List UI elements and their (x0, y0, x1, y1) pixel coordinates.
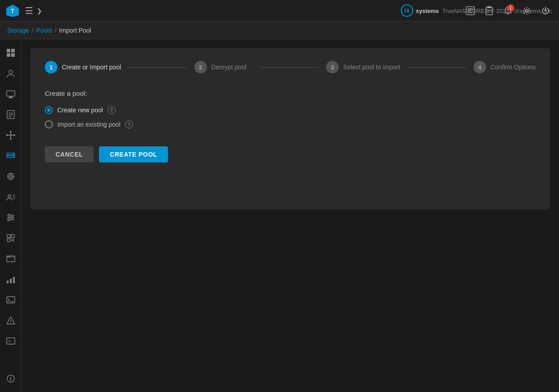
sidebar-item-dashboard[interactable] (1, 43, 21, 63)
sidebar-item-accounts[interactable] (1, 64, 21, 83)
step-1-label: Create or Import pool (62, 64, 121, 71)
cancel-button[interactable]: CANCEL (45, 146, 94, 162)
svg-point-27 (6, 134, 8, 136)
svg-point-60 (8, 256, 9, 257)
breadcrumb-current: Import Pool (59, 27, 91, 34)
svg-text:>_: >_ (8, 339, 14, 344)
step-3-label: Select pool to import (343, 64, 400, 71)
create-pool-button[interactable]: CREATE POOL (99, 146, 168, 162)
steps-bar: 1 Create or Import pool 2 Decrypt pool (45, 61, 536, 73)
radio-input-import[interactable] (45, 120, 53, 128)
app-logo: T (5, 4, 20, 18)
svg-rect-63 (10, 279, 12, 283)
sidebar-item-tasks[interactable] (1, 105, 21, 124)
svg-point-54 (8, 219, 10, 221)
svg-text:ix: ix (404, 7, 410, 13)
content-area: 1 Create or Import pool 2 Decrypt pool (22, 39, 559, 392)
sidebar-item-console[interactable] (1, 290, 21, 310)
button-row: CANCEL CREATE POOL (45, 146, 536, 162)
breadcrumb-pools[interactable]: Pools (36, 27, 52, 34)
svg-rect-17 (11, 53, 15, 57)
help-icon-import[interactable]: ? (125, 120, 133, 128)
svg-text:i: i (10, 376, 11, 382)
menu-icon[interactable]: ☰ (25, 5, 33, 16)
sidebar-item-storage[interactable] (1, 146, 21, 166)
svg-text:T: T (11, 8, 14, 14)
main-layout: >_ i 1 Create or Import pool (0, 39, 559, 392)
step-line-2 (260, 67, 319, 68)
sidebar-item-vm[interactable] (1, 249, 21, 268)
step-3: 3 Select pool to import (326, 61, 400, 73)
sidebar-item-directory[interactable] (1, 187, 21, 207)
svg-rect-14 (7, 49, 10, 52)
step-line-3 (408, 67, 466, 68)
step-4: 4 Confirm Options (473, 61, 536, 73)
svg-rect-23 (9, 113, 13, 114)
step-1-circle: 1 (45, 61, 57, 73)
sidebar: >_ i (0, 39, 22, 392)
breadcrumb-bar: Storage / Pools / Import Pool (0, 21, 559, 39)
expand-icon[interactable]: ❯ (37, 7, 42, 14)
svg-point-40 (9, 175, 12, 178)
svg-rect-62 (7, 281, 9, 283)
sidebar-item-tunables[interactable] (1, 208, 21, 227)
svg-point-53 (11, 217, 13, 219)
svg-rect-56 (11, 234, 14, 238)
radio-label-import: Import an existing pool (57, 121, 120, 128)
svg-rect-20 (9, 97, 12, 98)
svg-rect-65 (7, 297, 15, 303)
svg-point-38 (13, 156, 14, 157)
sidebar-item-info[interactable]: i (1, 369, 21, 388)
radio-group: Create new pool ? Import an existing poo… (45, 106, 536, 128)
svg-point-28 (13, 134, 15, 136)
sidebar-item-network[interactable] (1, 125, 21, 145)
step-4-circle: 4 (473, 61, 486, 73)
breadcrumb-sep-1: / (32, 27, 34, 34)
step-3-circle: 3 (326, 61, 339, 73)
breadcrumb-sep-2: / (55, 27, 56, 34)
svg-rect-15 (11, 49, 15, 52)
svg-point-18 (9, 70, 13, 74)
svg-point-37 (13, 153, 14, 154)
radio-option-import[interactable]: Import an existing pool ? (45, 120, 536, 128)
svg-point-30 (10, 138, 12, 140)
svg-rect-64 (13, 277, 15, 283)
svg-rect-25 (9, 116, 11, 117)
svg-point-52 (8, 214, 10, 217)
svg-rect-21 (9, 98, 13, 98)
step-2: 2 Decrypt pool (194, 61, 253, 73)
wizard-card: 1 Create or Import pool 2 Decrypt pool (30, 48, 550, 209)
step-4-label: Confirm Options (490, 64, 536, 71)
help-icon-create[interactable]: ? (108, 106, 116, 114)
svg-rect-57 (7, 239, 10, 242)
svg-rect-24 (9, 115, 13, 115)
svg-point-26 (10, 134, 12, 136)
sidebar-item-plugins[interactable] (1, 228, 21, 248)
breadcrumb-storage[interactable]: Storage (7, 27, 29, 34)
svg-text:systems: systems (416, 7, 439, 14)
sidebar-item-shell[interactable]: >_ (1, 331, 21, 351)
navbar: T ☰ ❯ ix systems (0, 0, 559, 21)
step-line-1 (128, 67, 187, 68)
radio-label-create: Create new pool (57, 107, 103, 114)
step-2-circle: 2 (194, 61, 207, 73)
svg-point-68 (10, 323, 11, 324)
copyright: TrueNAS CORE® © 2021 - iXsystems, Inc (442, 0, 552, 21)
sidebar-item-reporting[interactable] (1, 269, 21, 289)
svg-point-29 (10, 131, 12, 132)
sidebar-item-alerts[interactable] (1, 311, 21, 330)
svg-rect-19 (7, 91, 15, 96)
svg-point-45 (8, 195, 11, 197)
svg-rect-16 (7, 53, 10, 57)
step-2-label: Decrypt pool (211, 64, 247, 71)
radio-option-create[interactable]: Create new pool ? (45, 106, 536, 114)
breadcrumb: Storage / Pools / Import Pool (7, 27, 91, 34)
section-label: Create a pool: (45, 89, 536, 97)
svg-rect-55 (7, 234, 10, 238)
sidebar-item-system[interactable] (1, 84, 21, 104)
svg-point-61 (9, 256, 10, 257)
sidebar-item-services[interactable] (1, 166, 21, 186)
radio-input-create[interactable] (45, 106, 53, 114)
step-1: 1 Create or Import pool (45, 61, 121, 73)
